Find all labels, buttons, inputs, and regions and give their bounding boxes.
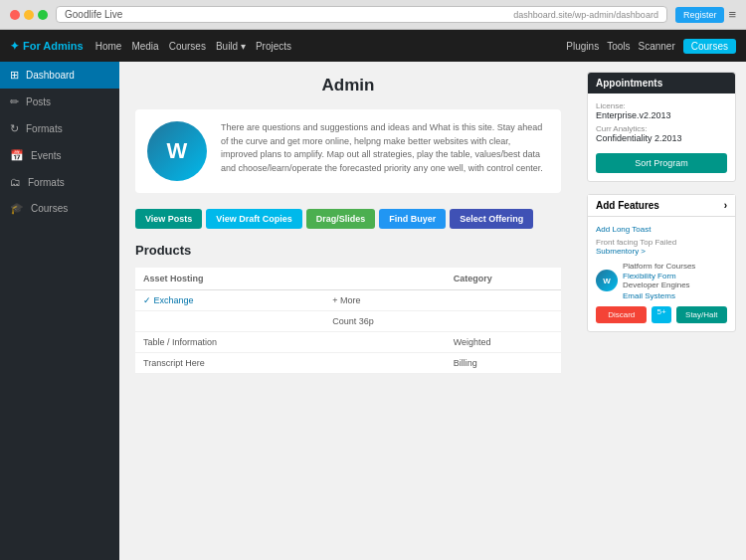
table-info-cell[interactable]: Table / Information xyxy=(135,332,324,353)
sort-program-button[interactable]: Sort Program xyxy=(596,153,727,173)
discard-button[interactable]: Discard xyxy=(596,306,647,323)
address-bar[interactable]: Goodlife Live dashboard.site/wp-admin/da… xyxy=(56,6,667,23)
admin-description: There are questions and suggestions and … xyxy=(221,121,549,181)
curr-analytics-value: Confidentiality 2.2013 xyxy=(596,133,682,143)
maximize-dot xyxy=(38,10,48,20)
top-nav: ✦ For Admins Home Media Courses Build ▾ … xyxy=(0,30,746,62)
curr-analytics-row: Curr Analytics: Confidentiality 2.2013 xyxy=(596,124,727,143)
nav-item-projects[interactable]: Projects xyxy=(256,41,291,52)
license-row: License: Enterprise.v2.2013 xyxy=(596,101,727,120)
dashboard-icon: ⊞ xyxy=(10,69,19,82)
sidebar-label-events: Events xyxy=(31,150,62,161)
plugin-name: Platform for Courses xyxy=(623,262,695,272)
nav-logo: ✦ For Admins xyxy=(10,40,84,53)
sidebar-item-formats[interactable]: ↻ Formats xyxy=(0,115,119,142)
table-info-price xyxy=(324,332,446,353)
plugin-info: Platform for Courses Flexibility Form De… xyxy=(623,262,695,300)
tab-view-draft[interactable]: View Draft Copies xyxy=(206,209,301,229)
top-nav-right: Plugins Tools Scanner Courses xyxy=(566,39,736,54)
count-cell xyxy=(135,311,324,332)
sidebar-item-dashboard[interactable]: ⊞ Dashboard xyxy=(0,62,119,89)
sidebar-label-posts: Posts xyxy=(26,96,51,107)
price-cell: + More xyxy=(324,290,446,311)
logo-icon: ✦ xyxy=(10,40,19,53)
nav-item-media[interactable]: Media xyxy=(131,41,158,52)
top-nav-items: Home Media Courses Build ▾ Projects xyxy=(95,41,291,52)
table-row: Count 36p xyxy=(135,311,561,332)
add-features-body: Add Long Toast Front facing Top Failed S… xyxy=(588,217,735,331)
category-cell xyxy=(446,290,561,311)
nav-item-build[interactable]: Build ▾ xyxy=(216,41,246,52)
product-link-exchange[interactable]: Exchange xyxy=(154,295,194,305)
check-cell: ✓ Exchange xyxy=(135,290,324,311)
sidebar-label-dashboard: Dashboard xyxy=(26,70,75,81)
bottom-buttons: Discard 5+ Stay/Halt xyxy=(596,306,727,323)
transcript-cell[interactable]: Transcript Here xyxy=(135,353,324,374)
email-systems-link[interactable]: Email Systems xyxy=(623,291,695,300)
transcript-price xyxy=(324,353,446,374)
curr-analytics-label: Curr Analytics: xyxy=(596,124,682,133)
plugin-icon: W xyxy=(596,270,618,291)
sidebar-item-posts[interactable]: ✏ Posts xyxy=(0,89,119,115)
formats-icon: ↻ xyxy=(10,122,19,135)
right-sidebar: Appointments License: Enterprise.v2.2013… xyxy=(577,62,746,560)
appointments-widget: Appointments License: Enterprise.v2.2013… xyxy=(587,72,736,182)
count-cat xyxy=(446,311,561,332)
front-facing-text: Front facing Top Failed Submentory > xyxy=(596,238,727,256)
products-table: Asset Hosting Category ✓ Exchange + More xyxy=(135,268,561,374)
appointments-widget-header: Appointments xyxy=(588,73,735,93)
col-category: Category xyxy=(446,268,561,290)
add-features-widget: Add Features › Add Long Toast Front faci… xyxy=(587,194,736,332)
sidebar-item-courses[interactable]: 🎓 Courses xyxy=(0,195,119,222)
table-row: Table / Information Weighted xyxy=(135,332,561,353)
wp-logo: W xyxy=(147,121,207,181)
browser-dots xyxy=(10,10,48,20)
add-features-header: Add Features › xyxy=(588,195,735,217)
add-features-title: Add Features xyxy=(596,200,659,211)
license-value: Enterprise.v2.2013 xyxy=(596,110,671,120)
nav-item-home[interactable]: Home xyxy=(95,41,122,52)
nav-right-plugins[interactable]: Plugins xyxy=(566,41,599,52)
admin-info-box: W There are questions and suggestions an… xyxy=(135,109,561,193)
register-button[interactable]: Register xyxy=(675,7,725,23)
events-icon: 📅 xyxy=(10,149,24,162)
nav-right-scanner[interactable]: Scanner xyxy=(639,41,675,52)
badge-count: 5+ xyxy=(652,306,670,323)
count-value: Count 36p xyxy=(324,311,446,332)
tab-drag-slides[interactable]: Drag/Slides xyxy=(306,209,376,229)
sidebar-item-formats2[interactable]: 🗂 Formats xyxy=(0,169,119,195)
stay-halt-button[interactable]: Stay/Halt xyxy=(676,306,727,323)
col-empty xyxy=(324,268,446,290)
nav-right-courses-active[interactable]: Courses xyxy=(683,39,736,54)
formats2-icon: 🗂 xyxy=(10,176,21,188)
developer-engines: Developer Engines xyxy=(623,280,695,290)
main-content: Admin W There are questions and suggesti… xyxy=(119,62,577,560)
courses-icon: 🎓 xyxy=(10,202,24,215)
nav-right-tools[interactable]: Tools xyxy=(607,41,630,52)
browser-actions: Register ≡ xyxy=(675,7,736,23)
tab-view-posts[interactable]: View Posts xyxy=(135,209,202,229)
appointments-widget-body: License: Enterprise.v2.2013 Curr Analyti… xyxy=(588,93,735,181)
sidebar-label-courses: Courses xyxy=(31,203,68,214)
tab-label: Goodlife Live xyxy=(65,9,122,20)
tab-find-buyer[interactable]: Find Buyer xyxy=(379,209,446,229)
nav-item-courses[interactable]: Courses xyxy=(169,41,206,52)
sidebar-item-events[interactable]: 📅 Events xyxy=(0,142,119,169)
browser-chrome: Goodlife Live dashboard.site/wp-admin/da… xyxy=(0,0,746,30)
chevron-right-icon: › xyxy=(724,200,727,211)
license-label: License: xyxy=(596,101,671,110)
sidebar: ⊞ Dashboard ✏ Posts ↻ Formats 📅 Events 🗂… xyxy=(0,62,119,560)
transcript-cat: Billing xyxy=(446,353,561,374)
menu-icon[interactable]: ≡ xyxy=(728,7,736,22)
main-layout: ⊞ Dashboard ✏ Posts ↻ Formats 📅 Events 🗂… xyxy=(0,62,746,560)
page-title: Admin xyxy=(135,76,561,95)
table-row: ✓ Exchange + More xyxy=(135,290,561,311)
tab-buttons: View Posts View Draft Copies Drag/Slides… xyxy=(135,209,561,229)
plugin-sub-link[interactable]: Flexibility Form xyxy=(623,272,695,280)
sidebar-label-formats2: Formats xyxy=(28,177,65,188)
sidebar-label-formats: Formats xyxy=(26,123,63,134)
logo-text: For Admins xyxy=(23,40,84,52)
add-long-toast-link[interactable]: Add Long Toast xyxy=(596,225,651,234)
content-area: Admin W There are questions and suggesti… xyxy=(119,62,746,560)
tab-select-offering[interactable]: Select Offering xyxy=(450,209,533,229)
